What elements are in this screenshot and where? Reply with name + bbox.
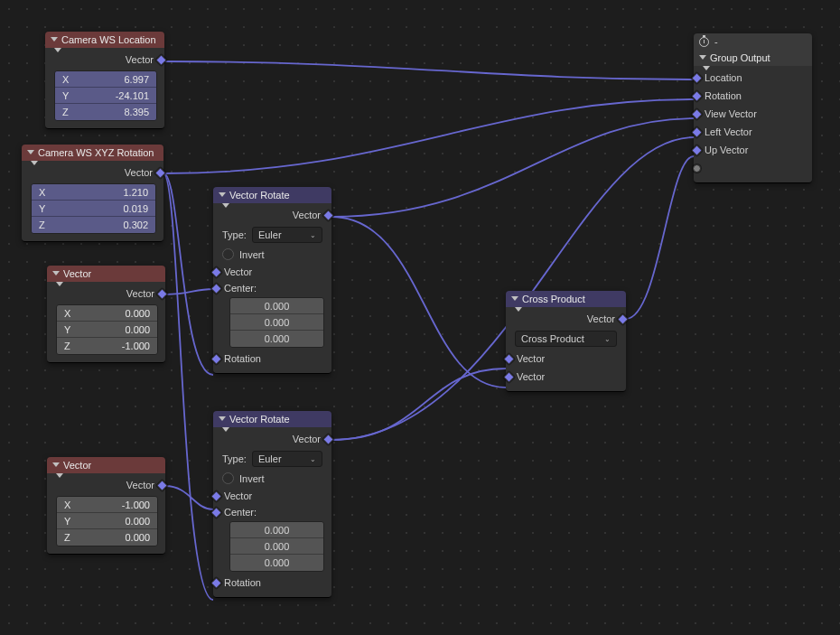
node-camera-ws-xyz-rotation[interactable]: Camera WS XYZ Rotation Vector X1.210 Y0.… xyxy=(22,145,163,242)
socket-label: Vector xyxy=(224,490,252,501)
socket-icon[interactable] xyxy=(691,72,703,84)
socket-icon[interactable] xyxy=(691,90,703,102)
value[interactable]: 0.000 xyxy=(265,541,290,552)
socket-icon[interactable] xyxy=(210,266,222,278)
socket-icon[interactable] xyxy=(210,490,222,502)
input-socket-vector-a[interactable]: Vector xyxy=(509,350,622,368)
node-title: Cross Product xyxy=(522,291,585,307)
value-y[interactable]: 0.000 xyxy=(125,324,150,335)
socket-label: Vector xyxy=(293,434,321,444)
invert-checkbox[interactable] xyxy=(222,248,234,260)
node-header[interactable]: Vector xyxy=(47,266,165,282)
output-socket-vector[interactable]: Vector xyxy=(51,285,162,303)
node-cross-product[interactable]: Cross Product Vector Cross Product ⌄ Vec… xyxy=(506,291,626,392)
input-socket-vector[interactable]: Vector xyxy=(217,263,328,281)
chevron-down-icon xyxy=(27,150,34,154)
value[interactable]: 0.000 xyxy=(265,301,290,312)
value-x[interactable]: 0.000 xyxy=(125,308,150,319)
operation-select[interactable]: Cross Product ⌄ xyxy=(515,331,617,347)
node-header[interactable]: Vector xyxy=(47,457,165,473)
prop-invert[interactable]: Invert xyxy=(217,246,328,263)
node-group-output[interactable]: - Group Output Location Rotation View Ve… xyxy=(694,33,812,183)
socket-icon[interactable] xyxy=(154,167,166,179)
input-socket-virtual[interactable] xyxy=(697,159,808,177)
socket-icon[interactable] xyxy=(210,577,222,589)
socket-icon[interactable] xyxy=(693,164,701,173)
socket-icon[interactable] xyxy=(503,371,515,383)
node-header[interactable]: Vector Rotate xyxy=(213,411,331,427)
socket-icon[interactable] xyxy=(210,353,222,365)
input-socket-view-vector[interactable]: View Vector xyxy=(697,105,808,123)
socket-icon[interactable] xyxy=(210,507,222,518)
node-vector-b[interactable]: Vector Vector X-1.000 Y0.000 Z0.000 xyxy=(47,457,165,555)
value-x[interactable]: 1.210 xyxy=(123,187,148,198)
invert-checkbox[interactable] xyxy=(222,472,234,484)
type-select[interactable]: Euler ⌄ xyxy=(252,451,322,467)
node-vector-a[interactable]: Vector Vector X0.000 Y0.000 Z-1.000 xyxy=(47,266,165,363)
socket-icon[interactable] xyxy=(691,126,703,138)
input-socket-center[interactable]: Center: xyxy=(217,281,328,295)
input-socket-up-vector[interactable]: Up Vector xyxy=(697,141,808,159)
node-title: Camera WS Location xyxy=(61,32,156,48)
socket-icon[interactable] xyxy=(503,353,515,365)
input-socket-left-vector[interactable]: Left Vector xyxy=(697,123,808,141)
value-x[interactable]: -1.000 xyxy=(122,500,150,510)
center-xyz-field[interactable]: 0.000 0.000 0.000 xyxy=(229,521,324,572)
value-z[interactable]: 8.395 xyxy=(124,107,149,117)
center-xyz-field[interactable]: 0.000 0.000 0.000 xyxy=(229,297,324,348)
socket-label: Location xyxy=(705,72,742,83)
socket-icon[interactable] xyxy=(691,108,703,120)
input-socket-vector[interactable]: Vector xyxy=(217,487,328,505)
chevron-down-icon: ⌄ xyxy=(310,231,316,239)
node-header[interactable]: Group Output xyxy=(694,50,812,66)
value-z[interactable]: 0.000 xyxy=(125,532,150,543)
socket-icon[interactable] xyxy=(156,288,168,300)
socket-icon[interactable] xyxy=(322,434,334,445)
socket-icon[interactable] xyxy=(322,210,334,221)
value[interactable]: 0.000 xyxy=(265,317,290,328)
vector-xyz-field[interactable]: X-1.000 Y0.000 Z0.000 xyxy=(56,496,158,546)
input-socket-vector-b[interactable]: Vector xyxy=(509,368,622,386)
vector-xyz-field[interactable]: X0.000 Y0.000 Z-1.000 xyxy=(56,304,158,355)
node-header[interactable]: Camera WS XYZ Rotation xyxy=(22,145,163,161)
value-x[interactable]: 6.997 xyxy=(124,74,149,85)
node-header[interactable]: Cross Product xyxy=(506,291,626,307)
output-socket-vector[interactable]: Vector xyxy=(217,206,328,224)
output-socket-vector[interactable]: Vector xyxy=(25,163,160,182)
input-socket-rotation[interactable]: Rotation xyxy=(217,574,328,592)
value[interactable]: 0.000 xyxy=(265,333,290,344)
node-topbar[interactable]: - xyxy=(694,33,812,50)
socket-icon[interactable] xyxy=(156,480,168,491)
node-vector-rotate-1[interactable]: Vector Rotate Vector Type: Euler ⌄ Inver… xyxy=(213,187,331,374)
output-socket-vector[interactable]: Vector xyxy=(49,51,161,69)
vector-xyz-field[interactable]: X6.997 Y-24.101 Z8.395 xyxy=(54,70,157,121)
input-socket-rotation[interactable]: Rotation xyxy=(217,350,328,368)
value-z[interactable]: -1.000 xyxy=(122,341,150,351)
vector-xyz-field[interactable]: X1.210 Y0.019 Z0.302 xyxy=(31,183,156,234)
type-select[interactable]: Euler ⌄ xyxy=(252,227,322,243)
input-socket-center[interactable]: Center: xyxy=(217,505,328,519)
value-z[interactable]: 0.302 xyxy=(123,219,148,230)
socket-label: Vector xyxy=(224,266,252,277)
node-header[interactable]: Vector Rotate xyxy=(213,187,331,203)
node-header[interactable]: Camera WS Location xyxy=(45,32,164,48)
value-y[interactable]: 0.000 xyxy=(125,516,150,527)
node-vector-rotate-2[interactable]: Vector Rotate Vector Type: Euler ⌄ Inver… xyxy=(213,411,331,598)
socket-icon[interactable] xyxy=(691,145,703,156)
node-camera-ws-location[interactable]: Camera WS Location Vector X6.997 Y-24.10… xyxy=(45,32,164,129)
axis-z: Z xyxy=(39,219,45,230)
value[interactable]: 0.000 xyxy=(265,557,290,568)
value-y[interactable]: -24.101 xyxy=(116,90,149,101)
value-y[interactable]: 0.019 xyxy=(123,203,148,214)
socket-icon[interactable] xyxy=(617,313,629,325)
value[interactable]: 0.000 xyxy=(265,525,290,536)
prop-invert[interactable]: Invert xyxy=(217,470,328,487)
output-socket-vector[interactable]: Vector xyxy=(217,430,328,448)
output-socket-vector[interactable]: Vector xyxy=(509,310,622,328)
input-socket-location[interactable]: Location xyxy=(697,69,808,87)
chevron-down-icon: ⌄ xyxy=(310,455,316,463)
output-socket-vector[interactable]: Vector xyxy=(51,476,162,494)
socket-icon[interactable] xyxy=(155,54,167,66)
socket-icon[interactable] xyxy=(210,283,222,294)
input-socket-rotation[interactable]: Rotation xyxy=(697,87,808,105)
